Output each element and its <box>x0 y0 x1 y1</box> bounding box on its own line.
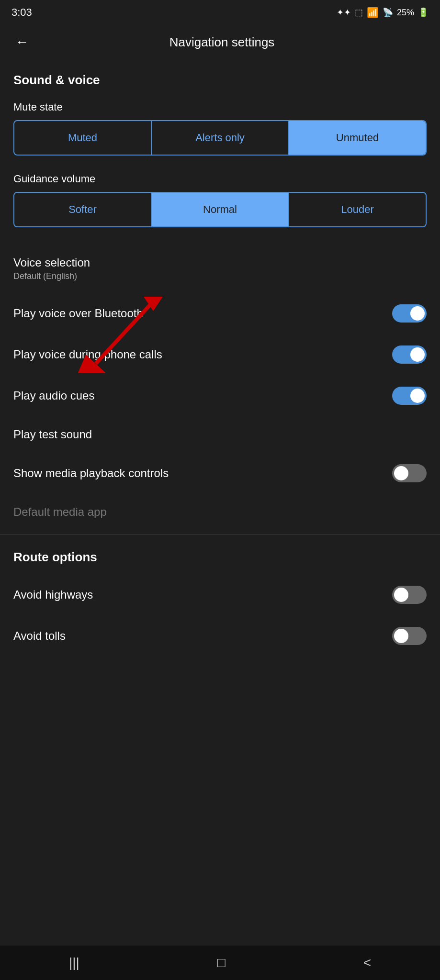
status-icons: ✦✦ ⬚ 📶 📡 25% 🔋 <box>337 7 429 18</box>
bottom-nav: ||| □ < <box>0 946 440 980</box>
mute-button[interactable]: Muted <box>14 121 152 155</box>
louder-button[interactable]: Louder <box>289 193 426 226</box>
avoid-highways-toggle[interactable] <box>392 586 427 604</box>
play-test-sound-row[interactable]: Play test sound <box>0 416 440 453</box>
avoid-tolls-label: Avoid tolls <box>13 629 66 643</box>
home-button[interactable]: □ <box>206 949 237 976</box>
voice-selection-label: Voice selection <box>13 256 90 269</box>
play-voice-bluetooth-row[interactable]: Play voice over Bluetooth <box>0 293 440 334</box>
play-audio-cues-row[interactable]: Play audio cues <box>0 375 440 416</box>
back-nav-button[interactable]: < <box>352 949 383 976</box>
show-media-row[interactable]: Show media playback controls <box>0 453 440 494</box>
softer-button[interactable]: Softer <box>14 193 152 226</box>
avoid-tolls-toggle[interactable] <box>392 627 427 645</box>
page-title: Navigation settings <box>40 35 404 50</box>
default-media-row: Default media app <box>0 494 440 530</box>
show-media-toggle[interactable] <box>392 464 427 482</box>
show-media-label: Show media playback controls <box>13 467 169 480</box>
back-icon: ← <box>15 34 29 49</box>
voice-selection-row[interactable]: Voice selection Default (English) <box>0 245 440 293</box>
sound-voice-section-title: Sound & voice <box>0 65 440 97</box>
normal-button[interactable]: Normal <box>152 193 289 226</box>
status-bar: 3:03 ✦✦ ⬚ 📶 📡 25% 🔋 <box>0 0 440 23</box>
toggle-knob-4 <box>394 466 408 480</box>
unmuted-button[interactable]: Unmuted <box>289 121 426 155</box>
gallery-icon: ⬚ <box>355 7 363 18</box>
voice-selection-text: Voice selection Default (English) <box>13 256 90 281</box>
wifi-icon: 📶 <box>367 7 379 18</box>
dropbox-icon-1: ✦✦ <box>337 7 351 18</box>
play-voice-phone-row[interactable]: Play voice during phone calls <box>0 334 440 375</box>
alerts-only-button[interactable]: Alerts only <box>152 121 289 155</box>
recent-apps-button[interactable]: ||| <box>57 949 91 976</box>
play-test-sound-label: Play test sound <box>13 428 92 441</box>
voice-selection-sub: Default (English) <box>13 271 90 281</box>
section-divider <box>0 534 440 535</box>
play-audio-cues-toggle[interactable] <box>392 387 427 405</box>
battery-icon: 🔋 <box>418 7 429 18</box>
battery-text: 25% <box>397 8 414 18</box>
avoid-highways-row[interactable]: Avoid highways <box>0 574 440 615</box>
mute-state-label: Mute state <box>0 97 440 120</box>
mute-state-group: Muted Alerts only Unmuted <box>13 120 427 156</box>
route-options-title: Route options <box>0 542 440 574</box>
play-voice-phone-toggle[interactable] <box>392 345 427 364</box>
avoid-tolls-row[interactable]: Avoid tolls <box>0 615 440 657</box>
route-options-section: Route options Avoid highways Avoid tolls <box>0 538 440 657</box>
play-voice-bluetooth-toggle[interactable] <box>392 304 427 323</box>
signal-icon: 📡 <box>383 7 393 18</box>
default-media-label: Default media app <box>13 505 107 519</box>
header: ← Navigation settings <box>0 23 440 65</box>
back-button[interactable]: ← <box>11 31 33 54</box>
toggle-knob-5 <box>394 588 408 602</box>
play-voice-bluetooth-label: Play voice over Bluetooth <box>13 307 143 320</box>
avoid-highways-label: Avoid highways <box>13 588 93 601</box>
play-voice-phone-label: Play voice during phone calls <box>13 348 162 361</box>
toggle-knob-6 <box>394 629 408 643</box>
toggle-knob <box>410 306 425 321</box>
volume-group: Softer Normal Louder <box>13 192 427 227</box>
toggle-knob-3 <box>410 389 425 403</box>
status-time: 3:03 <box>11 6 32 19</box>
guidance-volume-label: Guidance volume <box>0 169 440 192</box>
toggle-knob-2 <box>410 347 425 362</box>
play-audio-cues-label: Play audio cues <box>13 389 94 402</box>
